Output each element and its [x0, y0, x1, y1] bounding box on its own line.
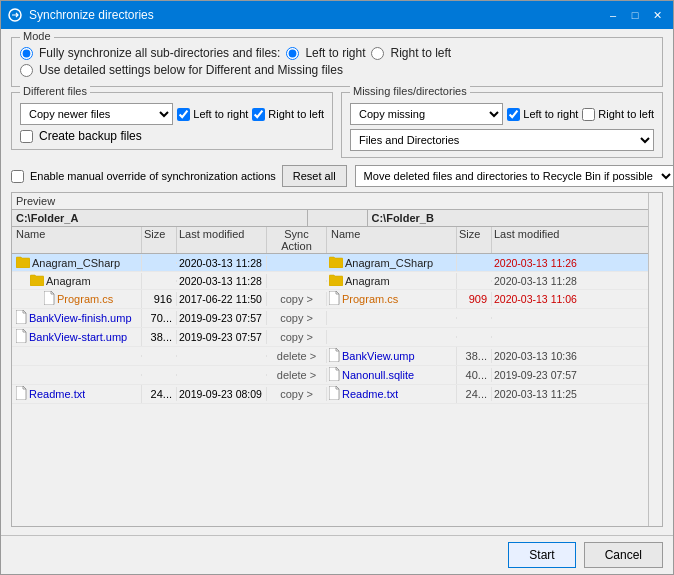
table-row[interactable]: Anagram_CSharp 2020-03-13 11:28 Anagram_… — [12, 254, 662, 272]
missing-sub-dropdown[interactable]: Files and Directories — [350, 129, 654, 151]
cell-name-right: Anagram — [327, 273, 457, 289]
folder-b-header: C:\Folder_B — [368, 210, 663, 226]
mode-full-sync-row: Fully synchronize all sub-directories an… — [20, 46, 654, 60]
cell-modified-left — [177, 355, 267, 357]
cell-name-left — [12, 374, 142, 376]
cell-modified-right: 2020-03-13 11:28 — [492, 274, 662, 288]
cell-name-right — [327, 336, 457, 338]
cell-name-right: Readme.txt — [327, 385, 457, 403]
cell-name-left: BankView-finish.ump — [12, 309, 142, 327]
detailed-radio[interactable] — [20, 64, 33, 77]
cell-size-left: 24... — [142, 387, 177, 401]
col-name-left: Name — [12, 227, 142, 253]
folder-headers: C:\Folder_A C:\Folder_B — [12, 210, 662, 227]
deleted-files-dropdown[interactable]: Move deleted files and directories to Re… — [355, 165, 673, 187]
cell-modified-left: 2019-09-23 07:57 — [177, 311, 267, 325]
cell-modified-left: 2019-09-23 07:57 — [177, 330, 267, 344]
table-row[interactable]: Anagram 2020-03-13 11:28 Anagram 2020-03… — [12, 272, 662, 290]
cell-size-right — [457, 336, 492, 338]
cell-modified-left: 2019-09-23 08:09 — [177, 387, 267, 401]
mode-detailed-row: Use detailed settings below for Differen… — [20, 63, 654, 77]
diff-rtl-checkbox[interactable] — [252, 108, 265, 121]
cell-name-right: Program.cs — [327, 290, 457, 308]
cell-action: copy > — [267, 292, 327, 306]
cell-name-left: BankView-start.ump — [12, 328, 142, 346]
cell-name-left: Anagram — [12, 273, 142, 289]
cell-action — [267, 262, 327, 264]
preview-section: Preview C:\Folder_A C:\Folder_B Name Siz… — [11, 192, 663, 527]
full-sync-radio[interactable] — [20, 47, 33, 60]
manual-override-checkbox[interactable] — [11, 170, 24, 183]
backup-checkbox[interactable] — [20, 130, 33, 143]
column-headers: Name Size Last modified Sync Action Name… — [12, 227, 662, 254]
cell-modified-right: 2020-03-13 11:26 — [492, 256, 662, 270]
table-row[interactable]: Readme.txt 24... 2019-09-23 08:09 copy >… — [12, 385, 662, 404]
table-row[interactable]: delete > BankView.ump 38... 2020-03-13 1… — [12, 347, 662, 366]
cell-modified-right — [492, 336, 662, 338]
right-to-left-radio-full[interactable] — [371, 47, 384, 60]
left-to-right-label-full: Left to right — [305, 46, 365, 60]
file-table: Anagram_CSharp 2020-03-13 11:28 Anagram_… — [12, 254, 662, 526]
cell-name-left: Anagram_CSharp — [12, 255, 142, 271]
cell-size-right — [457, 262, 492, 264]
cell-size-left — [142, 355, 177, 357]
cell-action: copy > — [267, 311, 327, 325]
left-to-right-radio-full[interactable] — [286, 47, 299, 60]
window-icon — [7, 7, 23, 23]
right-to-left-label-full: Right to left — [390, 46, 451, 60]
cell-size-left — [142, 374, 177, 376]
window-title: Synchronize directories — [29, 8, 603, 22]
cell-modified-right: 2019-09-23 07:57 — [492, 368, 662, 382]
missing-rtl-checkbox[interactable] — [582, 108, 595, 121]
missing-rtl-label: Right to left — [598, 108, 654, 120]
different-files-dropdown[interactable]: Copy newer files — [20, 103, 173, 125]
cell-action: delete > — [267, 368, 327, 382]
diff-ltr-check: Left to right — [177, 108, 248, 121]
cancel-button[interactable]: Cancel — [584, 542, 663, 568]
cell-action: delete > — [267, 349, 327, 363]
cell-size-left: 70... — [142, 311, 177, 325]
backup-label: Create backup files — [39, 129, 142, 143]
missing-files-section: Missing files/directories Copy missing L… — [341, 92, 663, 158]
cell-modified-left: 2020-03-13 11:28 — [177, 274, 267, 288]
cell-modified-right — [492, 317, 662, 319]
table-row[interactable]: BankView-start.ump 38... 2019-09-23 07:5… — [12, 328, 662, 347]
dialog-content: Mode Fully synchronize all sub-directori… — [1, 29, 673, 535]
cell-name-right: BankView.ump — [327, 347, 457, 365]
detailed-label: Use detailed settings below for Differen… — [39, 63, 343, 77]
cell-name-left — [12, 355, 142, 357]
table-row[interactable]: BankView-finish.ump 70... 2019-09-23 07:… — [12, 309, 662, 328]
minimize-button[interactable]: – — [603, 6, 623, 24]
table-row[interactable]: Program.cs 916 2017-06-22 11:50 copy > P… — [12, 290, 662, 309]
missing-sub-dropdown-row: Files and Directories — [350, 129, 654, 151]
manual-override-row: Enable manual override of synchronizatio… — [11, 165, 663, 187]
cell-size-left: 916 — [142, 292, 177, 306]
missing-files-label: Missing files/directories — [350, 85, 470, 97]
main-window: Synchronize directories – □ ✕ Mode Fully… — [0, 0, 674, 575]
missing-files-dropdown[interactable]: Copy missing — [350, 103, 503, 125]
scrollbar[interactable] — [648, 193, 662, 526]
cell-name-left: Readme.txt — [12, 385, 142, 403]
table-row[interactable]: delete > Nanonull.sqlite 40... 2019-09-2… — [12, 366, 662, 385]
cell-size-right — [457, 317, 492, 319]
title-bar: Synchronize directories – □ ✕ — [1, 1, 673, 29]
reset-all-button[interactable]: Reset all — [282, 165, 347, 187]
missing-ltr-label: Left to right — [523, 108, 578, 120]
maximize-button[interactable]: □ — [625, 6, 645, 24]
different-files-label: Different files — [20, 85, 90, 97]
missing-rtl-check: Right to left — [582, 108, 654, 121]
close-button[interactable]: ✕ — [647, 6, 667, 24]
diff-ltr-label: Left to right — [193, 108, 248, 120]
missing-ltr-checkbox[interactable] — [507, 108, 520, 121]
full-sync-label: Fully synchronize all sub-directories an… — [39, 46, 280, 60]
cell-size-right: 40... — [457, 368, 492, 382]
diff-ltr-checkbox[interactable] — [177, 108, 190, 121]
mode-group: Mode Fully synchronize all sub-directori… — [11, 37, 663, 87]
cell-modified-right: 2020-03-13 10:36 — [492, 349, 662, 363]
diff-rtl-check: Right to left — [252, 108, 324, 121]
cell-name-right: Anagram_CSharp — [327, 255, 457, 271]
col-size-left: Size — [142, 227, 177, 253]
start-button[interactable]: Start — [508, 542, 575, 568]
manual-override-left: Enable manual override of synchronizatio… — [11, 165, 347, 187]
cell-size-left — [142, 280, 177, 282]
